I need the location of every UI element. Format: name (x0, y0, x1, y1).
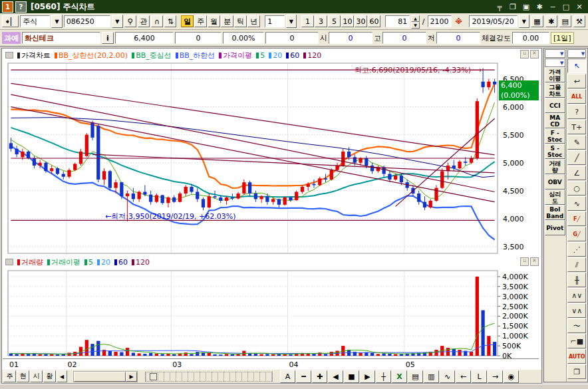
zoom-in-icon[interactable]: ✚ (312, 370, 327, 383)
sidebar-indicator-CCI[interactable]: CCI (545, 98, 565, 113)
cursor-tool-icon[interactable]: ↖ (567, 59, 586, 73)
camera-icon[interactable]: ▣ (521, 3, 531, 11)
period-button-일[interactable]: 일 (181, 15, 194, 27)
price-chart[interactable]: 6,5006,0005,5005,0004,5004,0003,500 (3, 62, 541, 256)
sidebar-indicator-심리도[interactable]: 심리 도 (545, 190, 565, 205)
sidebar-indicator-BolBand[interactable]: Bol Band (545, 205, 565, 220)
indicator-dropdown[interactable]: ▼ (545, 59, 565, 67)
stock-name-field[interactable]: 화신테크 (22, 32, 100, 44)
slider-thumb[interactable] (150, 373, 157, 380)
prev-next-stock-icon[interactable]: ⇅ (164, 15, 176, 27)
prev-icon[interactable]: ◀ (328, 370, 343, 383)
stock-hat-icon[interactable]: ∩ (151, 15, 163, 27)
chart-scrollbar[interactable]: ▶ (73, 371, 138, 382)
ray-fan-tool-icon[interactable]: ∠ (567, 166, 586, 180)
trendline-tool-icon[interactable]: ╱ (567, 150, 586, 165)
circle-tool-icon[interactable]: ○ (567, 181, 586, 195)
gann-line-tool-icon[interactable]: G╱ (567, 227, 586, 241)
visible-bars-spinner[interactable]: ▲▼ (411, 15, 420, 27)
help-badge[interactable]: ? (15, 1, 27, 13)
close-panel-icon[interactable]: ✕ (530, 257, 539, 266)
sidebar-indicator-거래량[interactable]: 거래 량 (545, 159, 565, 174)
sidebar-indicator-Pivot[interactable]: Pivot (545, 220, 565, 235)
bars-preset-3[interactable]: 3 (315, 15, 327, 27)
interval-dropdown-icon[interactable]: ▼ (286, 15, 297, 28)
bottom-tab-주[interactable]: 주 (3, 370, 16, 382)
wave-tool-icon[interactable]: 〜 (567, 319, 586, 333)
sidebar-indicator-가격이평[interactable]: 가격 이평 (545, 67, 565, 82)
link-chart-button[interactable]: ➧▏ (2, 15, 19, 27)
period-button-틱[interactable]: 틱 (234, 15, 247, 27)
pattern-w-tool-icon[interactable]: ∨∧ (567, 303, 586, 318)
crosshair-icon[interactable]: ┼ (376, 370, 391, 383)
pattern-n-tool-icon[interactable]: ∧∨ (567, 288, 586, 303)
panel-grip[interactable] (5, 259, 13, 265)
chart-window-icon[interactable]: ❐ (567, 364, 586, 379)
maximize-icon[interactable]: □ (561, 3, 571, 11)
fibonacci-tool-icon[interactable]: F╱ (567, 211, 586, 226)
excel-export-icon[interactable]: X (392, 370, 407, 383)
auto-pattern-icon[interactable]: AUTO (567, 349, 586, 364)
text-tool-icon[interactable]: T+ (567, 120, 586, 134)
bars-preset-60[interactable]: 60 (368, 15, 380, 27)
close-panel-icon[interactable]: ✕ (530, 50, 539, 59)
period-button-년[interactable]: 년 (247, 15, 260, 27)
chart-settings-icon[interactable]: ✱ (545, 15, 557, 27)
stock-code-input[interactable]: 086250 (64, 15, 110, 27)
bottom-tab-시[interactable]: 시 (30, 370, 43, 382)
copy-window-icon[interactable]: ❐ (508, 3, 517, 11)
chart-search-icon[interactable]: ◉ (504, 370, 519, 383)
tab-scroll-left-icon[interactable]: ◀ (57, 370, 67, 382)
visible-bars-input[interactable]: 81 (385, 15, 410, 27)
settings-gear-icon[interactable]: ✱ (535, 3, 544, 11)
step-line-tool-icon[interactable]: ⌐■ (567, 334, 586, 348)
font-size-icon[interactable]: A (280, 370, 295, 383)
restore-panel-icon[interactable]: ▫ (520, 257, 529, 266)
tool-dropdown[interactable]: ▼ (567, 49, 586, 58)
period-button-분[interactable]: 분 (221, 15, 233, 27)
period-button-주[interactable]: 주 (194, 15, 207, 27)
zigzag-tool-icon[interactable]: ∿ (567, 196, 586, 211)
close-icon[interactable]: ✕ (575, 3, 584, 11)
chart-grid-icon[interactable]: ▦ (531, 15, 543, 27)
channel-tool-icon[interactable]: ╫ (567, 273, 586, 287)
stock-info-button[interactable]: i (102, 32, 114, 44)
interest-group-button[interactable]: 관 (138, 15, 150, 27)
interval-select[interactable]: 1 (265, 15, 284, 27)
restore-panel-icon[interactable]: ▫ (520, 50, 529, 59)
scrollbar-arrow-icon[interactable]: ▶ (126, 372, 137, 382)
scrollbar-thumb[interactable] (74, 372, 126, 382)
save-image-icon[interactable]: ▤ (408, 370, 423, 383)
asset-type-dropdown-icon[interactable]: ▼ (51, 15, 63, 28)
asset-type-select[interactable]: 주식 (20, 15, 50, 27)
zoom-out-icon[interactable]: ━ (296, 370, 311, 383)
undo-draw-icon[interactable]: ↩ (567, 74, 586, 88)
date-dropdown-icon[interactable]: ▼ (519, 15, 530, 28)
help-tool-icon[interactable]: ? (567, 104, 586, 119)
pin-icon[interactable]: ╤ (495, 3, 504, 11)
pen-tool-icon[interactable]: ✎ (567, 135, 586, 150)
bars-preset-5[interactable]: 5 (328, 15, 341, 27)
sidebar-indicator-S-Stoc[interactable]: S - Stoc (545, 144, 565, 159)
bar-type-icon[interactable]: ※ (453, 15, 465, 27)
stop-icon[interactable]: ■ (344, 370, 359, 383)
bar-width-slider[interactable] (145, 372, 273, 382)
indicator-dropdown[interactable]: ▼ (545, 49, 565, 58)
bars-preset-10[interactable]: 10 (341, 15, 354, 27)
print-chart-icon[interactable]: ▥ (424, 370, 439, 383)
stock-code-dropdown-icon[interactable]: ▼ (112, 15, 123, 28)
pan-left-icon[interactable]: ← (456, 370, 471, 383)
save-chart-icon[interactable]: ▤ (559, 15, 571, 27)
period-button-월[interactable]: 월 (208, 15, 220, 27)
sidebar-indicator-MACD[interactable]: MA CD (545, 113, 565, 128)
sidebar-indicator-OBV[interactable]: OBV (545, 174, 565, 190)
volume-chart[interactable]: 4,000K3,500K3,000K2,500K2,000K1,500K1,00… (3, 268, 541, 358)
bars-preset-1[interactable]: 1 (301, 15, 314, 27)
minimize-icon[interactable]: ─ (548, 3, 557, 11)
parallel-lines-tool-icon[interactable]: ⫽ (567, 257, 586, 272)
screen-number-badge[interactable]: 1 (2, 1, 13, 13)
fan-lines-tool-icon[interactable]: ⋰ (567, 242, 586, 257)
bars-preset-30[interactable]: 30 (355, 15, 367, 27)
erase-all-icon[interactable]: ALL (567, 89, 586, 104)
date-select[interactable]: 2019/05/20 (469, 15, 517, 27)
